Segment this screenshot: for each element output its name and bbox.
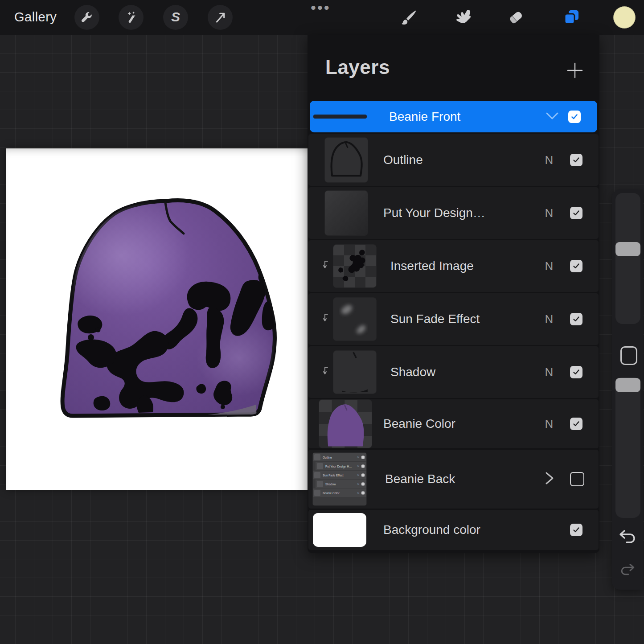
layers-icon: [562, 8, 581, 27]
layer-group-row-beanie-front[interactable]: Beanie Front: [310, 101, 597, 132]
undo-button[interactable]: [618, 529, 637, 546]
eraser-tool-button[interactable]: [503, 4, 529, 30]
magic-wand-icon: [124, 11, 138, 24]
chevron-down-icon[interactable]: [543, 111, 561, 123]
layer-visibility-checkbox[interactable]: [570, 260, 582, 272]
brush-size-slider-handle[interactable]: [615, 242, 640, 256]
clipping-mask-arrow-icon: [323, 313, 331, 325]
blend-mode-button[interactable]: N: [542, 153, 556, 167]
layer-visibility-checkbox[interactable]: [570, 524, 582, 536]
blend-mode-button[interactable]: N: [542, 259, 556, 273]
gallery-button[interactable]: Gallery: [14, 10, 57, 25]
brush-tool-button[interactable]: [396, 4, 422, 30]
selection-button[interactable]: S: [163, 5, 188, 30]
redo-button[interactable]: [619, 563, 636, 578]
more-options-icon[interactable]: •••: [311, 0, 331, 16]
layer-name: Outline: [383, 153, 423, 167]
layer-group-row-beanie-back[interactable]: OutlineN Put Your Design H…N Sun Fade Ef…: [308, 450, 599, 509]
layer-row-outline[interactable]: Outline N: [308, 134, 599, 186]
brush-sidebar: [612, 189, 643, 590]
layer-row-put-your-design[interactable]: Put Your Design… N: [308, 187, 599, 239]
layer-thumbnail: [325, 138, 368, 182]
layer-row-background-color[interactable]: Background color: [308, 510, 599, 550]
layer-visibility-checkbox[interactable]: [568, 111, 581, 123]
brush-size-slider-track[interactable]: [615, 193, 640, 324]
layer-name: Background color: [383, 523, 480, 537]
layer-visibility-checkbox[interactable]: [570, 154, 582, 166]
layer-name: Beanie Back: [385, 472, 455, 486]
redo-icon: [619, 563, 636, 578]
background-color-thumbnail: [313, 513, 366, 547]
brush-opacity-slider-handle[interactable]: [615, 378, 640, 392]
layer-name: Shadow: [390, 365, 435, 379]
blend-mode-button[interactable]: N: [542, 417, 556, 431]
layer-name: Beanie Color: [383, 417, 455, 431]
group-thumbnail-layer-list: OutlineN Put Your Design H…N Sun Fade Ef…: [313, 453, 366, 505]
layer-visibility-checkbox[interactable]: [570, 313, 582, 325]
layer-row-sun-fade-effect[interactable]: Sun Fade Effect N: [308, 293, 599, 345]
plus-icon: [565, 61, 585, 80]
add-layer-button[interactable]: [565, 61, 585, 80]
layer-thumbnail: [319, 400, 372, 448]
clipping-mask-arrow-icon: [323, 260, 331, 272]
layer-visibility-checkbox[interactable]: [570, 366, 582, 378]
drawing-canvas[interactable]: [6, 148, 308, 490]
active-color-swatch: [613, 6, 636, 29]
layer-row-inserted-image[interactable]: Inserted Image N: [308, 240, 599, 292]
smudge-finger-icon: [454, 8, 473, 27]
layer-name: Inserted Image: [390, 259, 474, 273]
layer-thumbnail: [333, 298, 376, 340]
clipping-mask-arrow-icon: [323, 366, 331, 378]
procreate-app: Gallery S •••: [0, 0, 644, 644]
smudge-tool-button[interactable]: [451, 4, 476, 30]
layer-thumbnail: [333, 245, 376, 287]
layer-visibility-checkbox[interactable]: [570, 472, 584, 486]
blend-mode-button[interactable]: N: [542, 312, 556, 326]
layer-row-shadow[interactable]: Shadow N: [308, 346, 599, 398]
layers-panel-header: Layers: [308, 35, 599, 101]
chevron-right-icon[interactable]: [544, 469, 555, 489]
brush-icon: [399, 8, 419, 27]
layer-name: Sun Fade Effect: [390, 312, 480, 326]
layer-visibility-checkbox[interactable]: [570, 207, 582, 219]
color-picker-button[interactable]: [611, 4, 637, 30]
modify-button[interactable]: [620, 346, 637, 365]
adjustments-button[interactable]: [119, 5, 144, 30]
transform-arrow-icon: [213, 11, 227, 24]
group-thumbnail-bar: [313, 115, 367, 119]
top-toolbar: Gallery S •••: [0, 0, 644, 35]
blend-mode-button[interactable]: N: [542, 206, 556, 220]
brush-opacity-slider-track[interactable]: [615, 377, 640, 518]
layer-thumbnail: [325, 191, 368, 235]
layers-panel-title: Layers: [325, 56, 390, 78]
layer-thumbnail: [333, 351, 376, 394]
undo-icon: [618, 529, 637, 546]
layer-visibility-checkbox[interactable]: [570, 418, 582, 430]
layer-row-beanie-color[interactable]: Beanie Color N: [308, 399, 599, 448]
beanie-artwork: [6, 148, 308, 490]
wrench-icon: [80, 11, 94, 24]
layers-panel-button[interactable]: [558, 4, 584, 30]
actions-button[interactable]: [74, 5, 99, 30]
blend-mode-button[interactable]: N: [542, 365, 556, 379]
selection-s-icon: S: [171, 9, 180, 25]
layers-panel: Layers Beanie Front: [308, 35, 599, 553]
eraser-icon: [506, 8, 526, 27]
layer-name: Put Your Design…: [383, 206, 485, 220]
layer-name: Beanie Front: [389, 110, 460, 124]
transform-button[interactable]: [208, 5, 233, 30]
